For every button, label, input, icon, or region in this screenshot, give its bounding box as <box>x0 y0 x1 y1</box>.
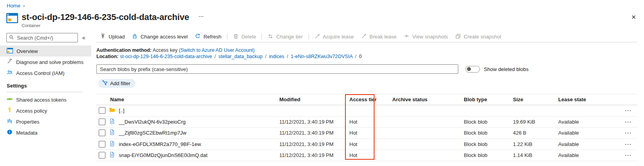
break-lease-button[interactable]: Break lease <box>357 32 400 42</box>
wrench-icon <box>7 58 13 66</box>
blob-table: Name Modified Access tier Archive status… <box>96 94 637 161</box>
change-access-level-button[interactable]: Change access level <box>128 32 191 42</box>
container-icon <box>7 48 13 55</box>
add-filter-button[interactable]: Add filter <box>98 79 135 88</box>
refresh-icon <box>195 33 201 40</box>
toggle-knob <box>467 67 471 71</box>
row-checkbox[interactable] <box>99 119 105 125</box>
cell-lease-state: Available <box>558 130 617 136</box>
upload-button[interactable]: Upload <box>96 32 128 42</box>
column-header-access-tier: Access tier <box>347 97 392 102</box>
show-deleted-blobs-label: Show deleted blobs <box>484 66 528 72</box>
row-more-menu-icon[interactable]: ··· <box>625 152 638 158</box>
column-header-blob-type: Blob type <box>464 97 513 102</box>
toolbar-separator <box>262 34 262 40</box>
toolbar-button-label: Delete <box>242 34 256 40</box>
sidebar-item-overview[interactable]: Overview <box>0 46 91 57</box>
toolbar-button-label: Acquire lease <box>323 34 354 40</box>
toolbar-button-label: Break lease <box>369 34 397 40</box>
break-lease-icon <box>361 33 367 40</box>
blob-file-icon <box>109 129 115 137</box>
parent-folder-link[interactable]: [..] <box>119 108 124 113</box>
blob-file-icon <box>109 118 115 126</box>
info-icon <box>7 129 13 136</box>
breadcrumb: Home › <box>7 3 25 9</box>
sidebar-item-label: Shared access tokens <box>16 97 66 103</box>
toolbar-button-label: Change tier <box>276 34 303 40</box>
sidebar-item-shared-access-tokens[interactable]: Shared access tokens <box>0 94 91 105</box>
delete-button[interactable]: Delete <box>229 32 260 42</box>
cell-access-tier: Hot <box>347 119 392 125</box>
row-checkbox[interactable] <box>99 141 105 148</box>
change-tier-button[interactable]: Change tier <box>264 32 306 42</box>
row-checkbox[interactable] <box>99 107 105 114</box>
row-more-menu-icon[interactable]: ··· <box>625 130 638 136</box>
location-segment-index-id-link[interactable]: 1-eNn-s8RZKwu3v72OVSIA <box>291 54 352 59</box>
sidebar: « Overview <box>0 31 91 138</box>
sidebar-collapse-button[interactable]: « <box>82 35 85 41</box>
page-title: st-oci-dp-129-146-6-235-cold-data-archiv… <box>22 12 189 22</box>
folder-icon <box>109 107 115 114</box>
row-checkbox[interactable] <box>99 130 105 136</box>
divider <box>7 92 83 92</box>
blob-name-link[interactable]: __DwsVl2ukQN-6v32peioCrg <box>119 119 186 125</box>
acquire-lease-button[interactable]: Acquire lease <box>311 32 358 42</box>
lease-pen-icon <box>314 33 320 40</box>
column-header-modified: Modified <box>279 97 347 102</box>
sidebar-settings-heading: Settings <box>0 83 91 89</box>
sidebar-item-label: Diagnose and solve problems <box>16 59 83 65</box>
close-blade-button[interactable]: ✕ <box>630 13 637 21</box>
switch-to-azure-ad-link[interactable]: (Switch to Azure AD User Account) <box>179 47 255 53</box>
blob-name-link[interactable]: snap-EiYG0MDzQjunDnS6E0i3mQ.dat <box>119 152 207 158</box>
column-header-name: Name <box>96 97 279 102</box>
sidebar-item-diagnose[interactable]: Diagnose and solve problems <box>0 57 91 67</box>
cell-blob-type: Block blob <box>464 141 513 147</box>
row-more-menu-icon[interactable]: ··· <box>625 141 638 147</box>
location-segment-folder-link[interactable]: stellar_data_backup <box>218 54 262 59</box>
location-label: Location: <box>96 54 118 59</box>
blob-file-icon <box>109 140 115 148</box>
toolbar-button-label: Upload <box>109 34 125 40</box>
sidebar-item-label: Metadata <box>16 130 37 136</box>
cell-modified: 11/12/2021, 3:40:19 PM <box>279 141 347 147</box>
key-icon <box>7 107 13 114</box>
path-separator: / <box>355 54 356 59</box>
toolbar-button-label: Refresh <box>203 34 221 40</box>
location-segment-indices-link[interactable]: indices <box>269 54 284 59</box>
blob-file-icon <box>109 151 115 159</box>
view-snapshots-button[interactable]: View snapshots <box>400 32 452 42</box>
path-separator: / <box>287 54 288 59</box>
cell-access-tier: Hot <box>347 141 392 147</box>
blob-prefix-search-input[interactable] <box>96 64 458 74</box>
row-more-menu-icon[interactable]: ··· <box>625 108 638 113</box>
row-checkbox[interactable] <box>99 152 105 159</box>
sidebar-search-input[interactable] <box>16 35 76 41</box>
sidebar-item-properties[interactable]: Properties <box>0 116 91 127</box>
snapshot-copy-icon <box>455 33 461 40</box>
authentication-method-line: Authentication method: Access key (Switc… <box>96 47 644 53</box>
table-header-row: Name Modified Access tier Archive status… <box>96 94 637 105</box>
trash-icon <box>233 33 239 40</box>
swap-arrows-icon <box>268 33 273 40</box>
create-snapshot-button[interactable]: Create snapshot <box>452 32 505 42</box>
blob-name-link[interactable]: index-eGFDLX5MR2a770_9BF-1ew <box>119 141 201 147</box>
sidebar-item-metadata[interactable]: Metadata <box>0 127 91 138</box>
location-current-segment: 0 <box>359 54 362 59</box>
cell-access-tier: Hot <box>347 152 392 158</box>
title-more-menu-icon[interactable]: ··· <box>199 13 204 19</box>
row-more-menu-icon[interactable]: ··· <box>625 119 638 125</box>
show-deleted-blobs-toggle[interactable] <box>465 66 480 73</box>
cell-lease-state: Available <box>558 119 617 125</box>
azure-container-blade: Home › ✕ st-oci-dp-129-146-6-235-cold-da… <box>0 0 644 166</box>
refresh-button[interactable]: Refresh <box>191 32 225 42</box>
column-header-size: Size <box>513 97 558 102</box>
toolbar-button-label: View snapshots <box>412 34 448 40</box>
sidebar-item-access-policy[interactable]: Access policy <box>0 105 91 116</box>
lock-icon <box>132 33 138 40</box>
breadcrumb-home-link[interactable]: Home <box>7 3 20 9</box>
location-segment-container-link[interactable]: st-oci-dp-129-146-6-235-cold-data-archiv… <box>120 54 212 59</box>
sidebar-item-access-control-iam[interactable]: Access Control (IAM) <box>0 67 91 78</box>
blob-name-link[interactable]: __Zijf80zgSC2EbwRt1mp7Jw <box>119 130 186 136</box>
location-line: Location: st-oci-dp-129-146-6-235-cold-d… <box>96 53 644 60</box>
cell-blob-type: Block blob <box>464 119 513 125</box>
